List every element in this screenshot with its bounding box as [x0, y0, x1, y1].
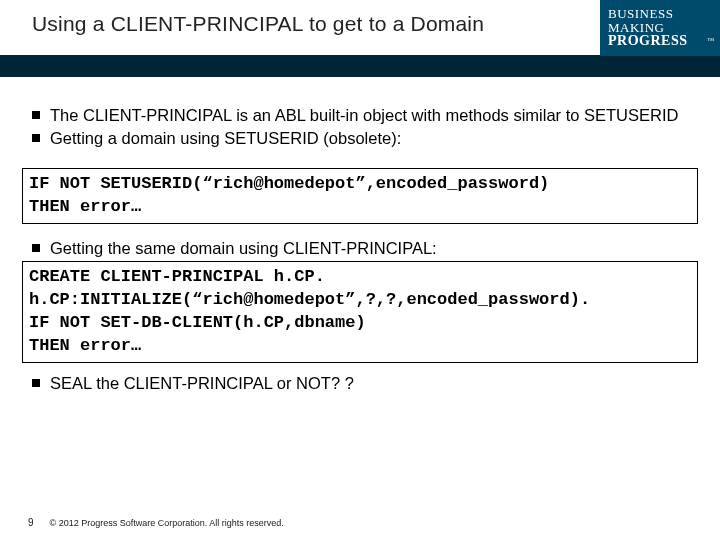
logo-trademark: ™ [707, 38, 714, 45]
bullet-text: The CLIENT-PRINCIPAL is an ABL built-in … [50, 105, 678, 126]
logo-line-2: MAKING [608, 21, 720, 35]
page-number: 9 [28, 517, 34, 528]
bullet-square-icon [32, 379, 40, 387]
logo-line-1: BUSINESS [608, 7, 720, 21]
brand-logo: BUSINESS MAKING PROGRESS ™ [600, 0, 720, 56]
bullet-square-icon [32, 244, 40, 252]
content: The CLIENT-PRINCIPAL is an ABL built-in … [0, 77, 720, 393]
bullet-square-icon [32, 111, 40, 119]
bullet-text: Getting the same domain using CLIENT-PRI… [50, 238, 437, 259]
bullet-item: Getting the same domain using CLIENT-PRI… [18, 238, 702, 259]
bullet-text: Getting a domain using SETUSERID (obsole… [50, 128, 401, 149]
bullet-square-icon [32, 134, 40, 142]
footer: 9 © 2012 Progress Software Corporation. … [28, 517, 284, 528]
code-block-client-principal: CREATE CLIENT-PRINCIPAL h.CP. h.CP:INITI… [22, 261, 698, 363]
bullet-item: SEAL the CLIENT-PRINCIPAL or NOT? ? [18, 373, 702, 394]
code-block-setuserid: IF NOT SETUSERID(“rich@homedepot”,encode… [22, 168, 698, 224]
bullet-text: SEAL the CLIENT-PRINCIPAL or NOT? ? [50, 373, 354, 394]
logo-line-3: PROGRESS [608, 34, 720, 49]
page-title: Using a CLIENT-PRINCIPAL to get to a Dom… [0, 0, 484, 36]
bullet-item: Getting a domain using SETUSERID (obsole… [18, 128, 702, 149]
header: Using a CLIENT-PRINCIPAL to get to a Dom… [0, 0, 720, 56]
copyright-text: © 2012 Progress Software Corporation. Al… [50, 518, 284, 528]
bullet-item: The CLIENT-PRINCIPAL is an ABL built-in … [18, 105, 702, 126]
header-bar [0, 55, 720, 77]
